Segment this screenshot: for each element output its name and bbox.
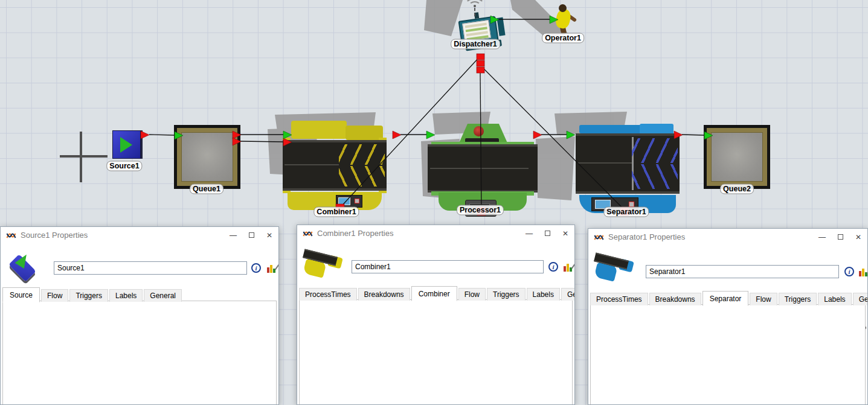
- titlebar[interactable]: Source1 Properties — ✕: [1, 227, 278, 243]
- flexsim-logo-icon: [594, 233, 604, 241]
- tab-breakdowns[interactable]: Breakdowns: [649, 293, 701, 305]
- minimize-button[interactable]: —: [813, 229, 831, 245]
- flexsim-logo-icon: [303, 229, 313, 238]
- titlebar[interactable]: Combiner1 Properties — ✕: [297, 225, 574, 241]
- flexsim-logo-icon: [6, 231, 16, 240]
- separator1-label: Separator1: [603, 207, 649, 217]
- maximize-button[interactable]: [538, 225, 556, 241]
- window-title: Source1 Properties: [21, 231, 224, 240]
- combiner-object-icon: [303, 248, 343, 277]
- input-port-icon: [704, 132, 713, 139]
- tab-triggers[interactable]: Triggers: [779, 293, 817, 305]
- source1-properties-window: Source1 Properties — ✕ i Source Flow Tri…: [0, 226, 279, 405]
- dispatcher-center-port: [477, 54, 484, 60]
- output-port-icon: [233, 138, 241, 145]
- queue2-label: Queue2: [720, 184, 754, 194]
- dispatcher-center-port: [477, 67, 484, 73]
- object-name-input[interactable]: [352, 260, 544, 273]
- statistics-icon[interactable]: [858, 267, 868, 276]
- input-port-icon: [283, 131, 292, 139]
- maximize-button[interactable]: [242, 227, 260, 243]
- output-port-icon: [393, 131, 401, 139]
- queue1-label: Queue1: [190, 184, 223, 194]
- tab-triggers[interactable]: Triggers: [487, 288, 526, 301]
- tab-flow[interactable]: Flow: [750, 293, 777, 305]
- source-object-icon: [7, 250, 42, 279]
- info-icon[interactable]: i: [844, 267, 854, 276]
- info-icon[interactable]: i: [548, 262, 558, 272]
- separator1-properties-window: Separator1 Properties — ✕ i ProcessTimes…: [588, 228, 868, 405]
- maximize-button[interactable]: [831, 229, 849, 245]
- connection-source-queue1: [149, 135, 175, 135]
- input-port-icon: [426, 131, 435, 139]
- dispatcher1-label: Dispatcher1: [451, 39, 500, 49]
- tab-flow[interactable]: Flow: [458, 288, 486, 301]
- output-port-icon: [533, 131, 542, 139]
- separator-object-icon: [594, 252, 634, 281]
- dispatcher-center-port: [477, 60, 484, 66]
- output-port-icon: [233, 131, 241, 139]
- processor1-label: Processor1: [457, 205, 504, 215]
- titlebar[interactable]: Separator1 Properties — ✕: [588, 229, 867, 245]
- tab-source[interactable]: Source: [2, 287, 40, 302]
- statistics-icon[interactable]: [266, 263, 277, 273]
- tab-labels[interactable]: Labels: [109, 289, 143, 302]
- tab-breakdowns[interactable]: Breakdowns: [358, 288, 410, 301]
- tab-separator[interactable]: Separator: [702, 291, 749, 306]
- minimize-button[interactable]: —: [224, 227, 242, 243]
- output-port-icon: [141, 131, 149, 139]
- combiner1-label: Combiner1: [313, 207, 359, 217]
- tab-combiner[interactable]: Combiner: [411, 286, 457, 301]
- tab-labels[interactable]: Labels: [527, 288, 560, 301]
- output-port-icon: [283, 138, 292, 146]
- close-button[interactable]: ✕: [849, 229, 867, 245]
- input-port-icon: [567, 131, 575, 139]
- tab-general[interactable]: General: [561, 288, 575, 301]
- output-port-icon: [674, 131, 683, 139]
- 3d-model-view[interactable]: Dispatcher1 Operator1 Source1 Queue1 Com…: [0, 0, 868, 405]
- tab-processtimes[interactable]: ProcessTimes: [590, 293, 648, 305]
- tab-triggers[interactable]: Triggers: [69, 289, 108, 302]
- combiner1-properties-window: Combiner1 Properties — ✕ i ProcessTimes …: [297, 225, 575, 405]
- statistics-icon[interactable]: [563, 262, 574, 272]
- close-button[interactable]: ✕: [556, 225, 574, 241]
- tab-general[interactable]: General: [853, 293, 868, 305]
- input-port-icon: [490, 16, 499, 24]
- connection-queue1-combiner-2: [240, 141, 284, 142]
- connection-separator-queue2: [682, 135, 705, 135]
- tab-panel: [2, 301, 277, 404]
- minimize-button[interactable]: —: [520, 225, 538, 241]
- window-title: Combiner1 Properties: [317, 229, 520, 238]
- object-name-input[interactable]: [54, 261, 247, 275]
- tab-panel: [299, 299, 573, 404]
- object-name-input[interactable]: [646, 265, 839, 278]
- info-icon[interactable]: i: [251, 263, 261, 273]
- tab-processtimes[interactable]: ProcessTimes: [299, 288, 357, 301]
- tab-panel: [590, 304, 866, 404]
- input-port-icon: [175, 132, 183, 139]
- operator1-label: Operator1: [542, 33, 584, 43]
- source1-label: Source1: [106, 161, 142, 171]
- close-button[interactable]: ✕: [260, 227, 278, 243]
- input-port-icon: [550, 16, 558, 24]
- tab-flow[interactable]: Flow: [41, 289, 68, 302]
- center-connection-separator: [483, 68, 625, 210]
- center-connection-combiner: [340, 56, 480, 208]
- tab-general[interactable]: General: [144, 289, 182, 302]
- tab-labels[interactable]: Labels: [818, 293, 851, 305]
- window-title: Separator1 Properties: [608, 232, 813, 241]
- center-connection-processor: [480, 73, 481, 211]
